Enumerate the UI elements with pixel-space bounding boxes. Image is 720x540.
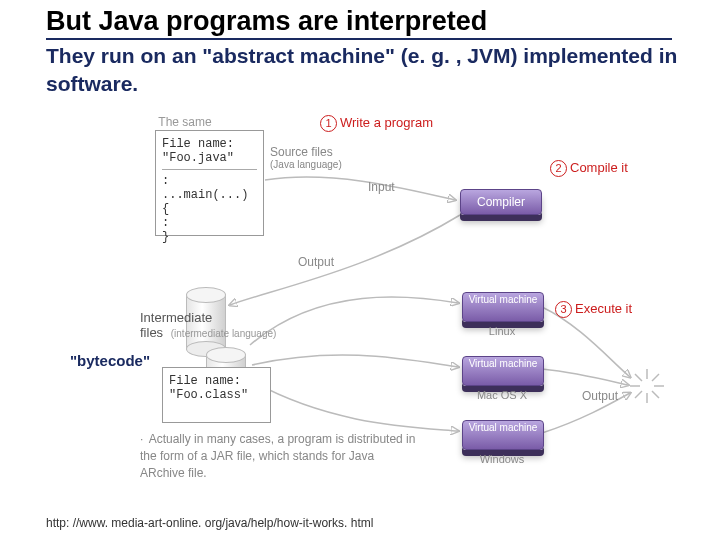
- file1-name: "Foo.java": [162, 151, 234, 165]
- output-label-1: Output: [298, 255, 334, 269]
- file1-line3: :: [162, 216, 169, 230]
- jar-note-text: Actually in many cases, a program is dis…: [140, 432, 415, 480]
- slide-subtitle: They run on an "abstract machine" (e. g.…: [46, 42, 720, 99]
- os-linux-label: Linux: [462, 325, 542, 337]
- step-1-label: 1Write a program: [320, 115, 433, 132]
- file1-line1: :: [162, 174, 169, 188]
- file2-name: "Foo.class": [169, 388, 248, 402]
- step-2-label: 2Compile it: [550, 160, 628, 177]
- step-1-text: Write a program: [340, 115, 433, 130]
- vm1-label: Virtual machine: [463, 293, 543, 307]
- output-sparkle-icon: [630, 369, 664, 403]
- vm-linux-button: Virtual machine: [462, 292, 544, 322]
- java-language-label: (Java language): [270, 159, 342, 170]
- step-3-text: Execute it: [575, 301, 632, 316]
- intermediate-files-label: Intermediate files (intermediate languag…: [140, 310, 276, 340]
- vm-macosx-button: Virtual machine: [462, 356, 544, 386]
- inter-lang: (intermediate language): [171, 328, 277, 339]
- step-2-text: Compile it: [570, 160, 628, 175]
- source-url: http: //www. media-art-online. org/java/…: [46, 516, 373, 530]
- file1-header: File name:: [162, 137, 234, 151]
- slide-title: But Java programs are interpreted: [46, 6, 487, 37]
- vm-windows-button: Virtual machine: [462, 420, 544, 450]
- java-flow-diagram: 1Write a program 2Compile it 3Execute it…: [150, 115, 680, 505]
- compiler-button: Compiler: [460, 189, 542, 215]
- output-label-2: Output: [582, 389, 618, 403]
- inter-1: Intermediate: [140, 310, 212, 325]
- jar-note: · Actually in many cases, a program is d…: [140, 431, 420, 481]
- class-file-box: File name: "Foo.class": [162, 367, 271, 423]
- svg-line-5: [652, 391, 659, 398]
- source-files-label: Source files: [270, 145, 333, 159]
- step-3-label: 3Execute it: [555, 301, 632, 318]
- svg-line-6: [652, 374, 659, 381]
- source-file-box: File name: "Foo.java" : ...main(...) { :…: [155, 130, 264, 236]
- input-label: Input: [368, 180, 395, 194]
- svg-line-4: [635, 374, 642, 381]
- os-macosx-label: Mac OS X: [462, 389, 542, 401]
- inter-2: files: [140, 325, 163, 340]
- vm3-label: Virtual machine: [463, 421, 543, 435]
- os-windows-label: Windows: [462, 453, 542, 465]
- file1-line4: }: [162, 230, 169, 244]
- vm2-label: Virtual machine: [463, 357, 543, 371]
- file1-line2: ...main(...) {: [162, 188, 248, 216]
- title-underline: [46, 38, 672, 40]
- bytecode-annotation: "bytecode": [70, 352, 150, 369]
- svg-line-7: [635, 391, 642, 398]
- file2-header: File name:: [169, 374, 241, 388]
